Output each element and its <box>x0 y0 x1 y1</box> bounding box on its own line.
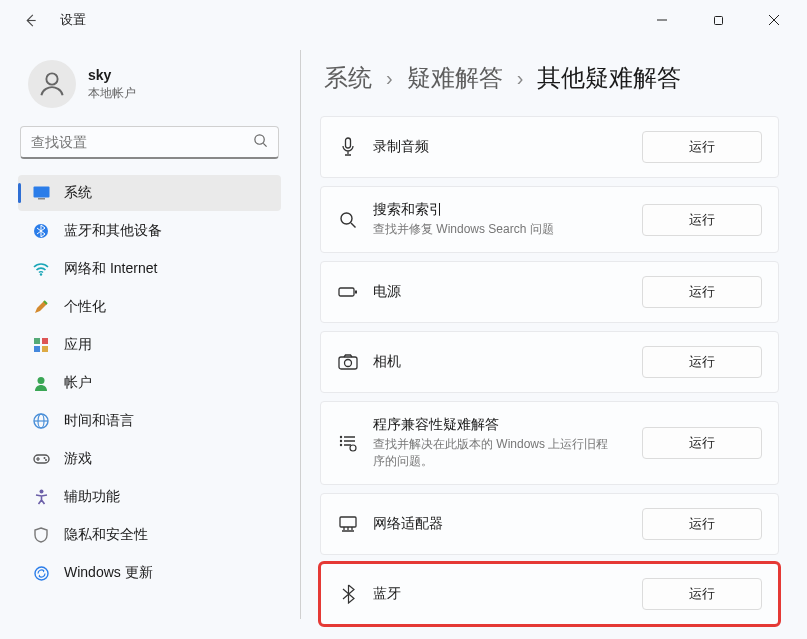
accessibility-icon <box>32 488 50 506</box>
troubleshooter-title: 相机 <box>373 353 628 371</box>
svg-point-16 <box>45 459 47 461</box>
sidebar-item-network[interactable]: 网络和 Internet <box>18 251 281 287</box>
gamepad-icon <box>32 450 50 468</box>
person-icon <box>32 374 50 392</box>
troubleshooter-record-audio: 录制音频 运行 <box>320 116 779 178</box>
sidebar-item-personalization[interactable]: 个性化 <box>18 289 281 325</box>
svg-rect-19 <box>346 138 351 148</box>
content-divider <box>300 50 301 619</box>
sidebar-item-label: 应用 <box>64 336 92 354</box>
sidebar-item-privacy[interactable]: 隐私和安全性 <box>18 517 281 553</box>
search-input[interactable] <box>31 134 253 150</box>
troubleshooter-search-indexing: 搜索和索引 查找并修复 Windows Search 问题 运行 <box>320 186 779 253</box>
avatar <box>28 60 76 108</box>
maximize-button[interactable] <box>703 6 733 34</box>
list-settings-icon <box>337 432 359 454</box>
sidebar-item-gaming[interactable]: 游戏 <box>18 441 281 477</box>
svg-rect-8 <box>42 338 48 344</box>
run-button[interactable]: 运行 <box>642 346 762 378</box>
troubleshooter-title: 网络适配器 <box>373 515 628 533</box>
breadcrumb-root[interactable]: 系统 <box>324 62 372 94</box>
run-button[interactable]: 运行 <box>642 204 762 236</box>
battery-icon <box>337 281 359 303</box>
paintbrush-icon <box>32 298 50 316</box>
sidebar-item-label: 个性化 <box>64 298 106 316</box>
run-button[interactable]: 运行 <box>642 508 762 540</box>
profile-account-type: 本地帐户 <box>88 85 136 102</box>
microphone-icon <box>337 136 359 158</box>
system-icon <box>32 184 50 202</box>
wifi-icon <box>32 260 50 278</box>
svg-point-27 <box>340 444 342 446</box>
close-button[interactable] <box>759 6 789 34</box>
minimize-button[interactable] <box>647 6 677 34</box>
search-input-container[interactable] <box>20 126 279 159</box>
sidebar-item-bluetooth[interactable]: 蓝牙和其他设备 <box>18 213 281 249</box>
sidebar-item-apps[interactable]: 应用 <box>18 327 281 363</box>
shield-icon <box>32 526 50 544</box>
bluetooth-icon <box>337 583 359 605</box>
sidebar-item-label: 辅助功能 <box>64 488 120 506</box>
troubleshooter-desc: 查找并解决在此版本的 Windows 上运行旧程序的问题。 <box>373 436 613 470</box>
breadcrumb-current: 其他疑难解答 <box>537 62 681 94</box>
update-icon <box>32 564 50 582</box>
sidebar-item-label: 帐户 <box>64 374 92 392</box>
sidebar-item-label: 网络和 Internet <box>64 260 157 278</box>
profile-name: sky <box>88 67 136 83</box>
troubleshooter-camera: 相机 运行 <box>320 331 779 393</box>
svg-point-11 <box>38 377 45 384</box>
sidebar-item-label: Windows 更新 <box>64 564 153 582</box>
profile-block[interactable]: sky 本地帐户 <box>18 52 281 122</box>
globe-icon <box>32 412 50 430</box>
svg-rect-21 <box>339 288 354 296</box>
camera-icon <box>337 351 359 373</box>
svg-point-18 <box>35 567 48 580</box>
svg-rect-3 <box>33 187 49 198</box>
sidebar-item-windows-update[interactable]: Windows 更新 <box>18 555 281 591</box>
troubleshooter-program-compat: 程序兼容性疑难解答 查找并解决在此版本的 Windows 上运行旧程序的问题。 … <box>320 401 779 485</box>
svg-rect-29 <box>340 517 356 527</box>
network-adapter-icon <box>337 513 359 535</box>
svg-rect-4 <box>38 198 45 200</box>
troubleshooter-title: 程序兼容性疑难解答 <box>373 416 628 434</box>
run-button[interactable]: 运行 <box>642 427 762 459</box>
svg-point-15 <box>43 457 45 459</box>
troubleshooter-power: 电源 运行 <box>320 261 779 323</box>
svg-point-24 <box>345 360 352 367</box>
svg-point-20 <box>341 213 352 224</box>
sidebar-item-label: 隐私和安全性 <box>64 526 148 544</box>
troubleshooter-title: 电源 <box>373 283 628 301</box>
svg-point-1 <box>46 73 57 84</box>
svg-rect-10 <box>42 346 48 352</box>
window-title: 设置 <box>60 11 86 29</box>
troubleshooter-title: 蓝牙 <box>373 585 628 603</box>
chevron-right-icon: › <box>517 67 524 90</box>
sidebar-item-label: 时间和语言 <box>64 412 134 430</box>
troubleshooter-bluetooth: 蓝牙 运行 <box>320 563 779 625</box>
sidebar-item-accounts[interactable]: 帐户 <box>18 365 281 401</box>
run-button[interactable]: 运行 <box>642 131 762 163</box>
sidebar-item-label: 蓝牙和其他设备 <box>64 222 162 240</box>
chevron-right-icon: › <box>386 67 393 90</box>
troubleshooter-title: 录制音频 <box>373 138 628 156</box>
svg-point-28 <box>350 445 356 451</box>
search-icon <box>253 133 268 151</box>
breadcrumb: 系统 › 疑难解答 › 其他疑难解答 <box>310 62 779 94</box>
svg-point-25 <box>340 436 342 438</box>
sidebar-item-accessibility[interactable]: 辅助功能 <box>18 479 281 515</box>
run-button[interactable]: 运行 <box>642 578 762 610</box>
breadcrumb-troubleshoot[interactable]: 疑难解答 <box>407 62 503 94</box>
run-button[interactable]: 运行 <box>642 276 762 308</box>
svg-rect-23 <box>339 357 357 369</box>
svg-point-26 <box>340 440 342 442</box>
troubleshooter-desc: 查找并修复 Windows Search 问题 <box>373 221 628 238</box>
sidebar-item-label: 游戏 <box>64 450 92 468</box>
sidebar-item-time-language[interactable]: 时间和语言 <box>18 403 281 439</box>
svg-rect-9 <box>34 346 40 352</box>
svg-rect-22 <box>355 291 357 294</box>
back-button[interactable] <box>18 8 42 32</box>
bluetooth-icon <box>32 222 50 240</box>
svg-point-2 <box>255 135 264 144</box>
troubleshooter-title: 搜索和索引 <box>373 201 628 219</box>
sidebar-item-system[interactable]: 系统 <box>18 175 281 211</box>
